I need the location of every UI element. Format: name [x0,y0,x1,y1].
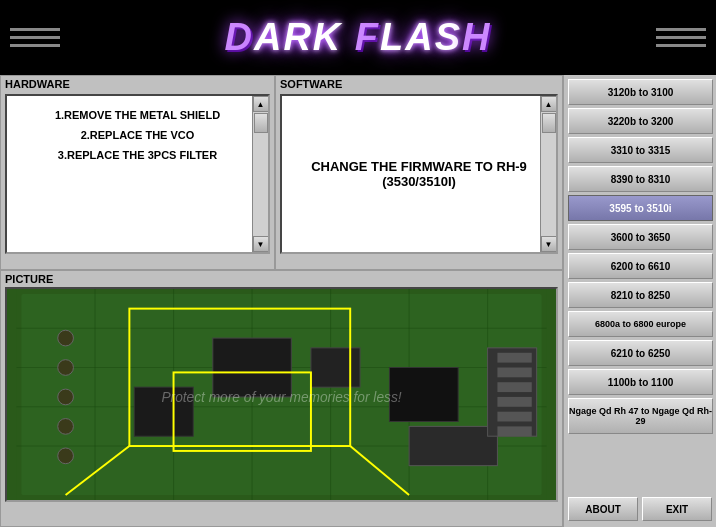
btn-3595-to-3510i[interactable]: 3595 to 3510i [568,195,713,221]
main-content: HARDWARE 1.REMOVE THE METAL SHIELD 2.REP… [0,75,716,527]
btn-6210-to-6250[interactable]: 6210 to 6250 [568,340,713,366]
hardware-line-3: 3.REPLACE THE 3PCS FILTER [17,146,258,166]
picture-box: Protect more of your memories for less! [5,287,558,502]
software-text: CHANGE THE FIRMWARE TO RH-9(3530/3510I) [311,159,527,189]
scroll-thumb[interactable] [542,113,556,133]
software-label: SOFTWARE [276,76,562,92]
hardware-text: 1.REMOVE THE METAL SHIELD 2.REPLACE THE … [17,106,258,165]
svg-rect-27 [497,412,531,422]
svg-point-21 [58,448,74,464]
svg-rect-23 [497,353,531,363]
software-content-box: CHANGE THE FIRMWARE TO RH-9(3530/3510I) … [280,94,558,254]
svg-text:Protect more of your memories : Protect more of your memories for less! [161,390,401,405]
btn-3310-to-3315[interactable]: 3310 to 3315 [568,137,713,163]
btn-3120b-to-3100[interactable]: 3120b to 3100 [568,79,713,105]
svg-rect-12 [213,338,292,397]
scroll-down-arrow[interactable]: ▼ [253,236,269,252]
hardware-label: HARDWARE [1,76,274,92]
exit-button[interactable]: EXIT [642,497,712,521]
btn-ngage[interactable]: Ngage Qd Rh 47 to Ngage Qd Rh-29 [568,398,713,434]
btn-8210-to-8250[interactable]: 8210 to 8250 [568,282,713,308]
svg-point-18 [58,360,74,376]
svg-rect-26 [497,397,531,407]
left-panel: HARDWARE 1.REMOVE THE METAL SHIELD 2.REP… [0,75,563,527]
hardware-scrollbar[interactable]: ▲ ▼ [252,96,268,252]
scroll-thumb[interactable] [254,113,268,133]
btn-3600-to-3650[interactable]: 3600 to 3650 [568,224,713,250]
svg-point-20 [58,419,74,435]
hardware-line-1: 1.REMOVE THE METAL SHIELD [17,106,258,126]
logo: DARK FLASH [224,16,491,59]
btn-6200-to-6610[interactable]: 6200 to 6610 [568,253,713,279]
svg-rect-16 [409,426,497,465]
hardware-content-box: 1.REMOVE THE METAL SHIELD 2.REPLACE THE … [5,94,270,254]
software-section: SOFTWARE CHANGE THE FIRMWARE TO RH-9(353… [275,75,563,270]
pcb-image: Protect more of your memories for less! [7,289,556,500]
software-scrollbar[interactable]: ▲ ▼ [540,96,556,252]
scroll-down-arrow[interactable]: ▼ [541,236,557,252]
scroll-up-arrow[interactable]: ▲ [541,96,557,112]
header: DARK FLASH [0,0,716,75]
header-decoration-left [10,28,60,47]
scroll-track [541,112,557,236]
spacer [568,437,712,492]
svg-point-19 [58,389,74,405]
btn-8390-to-8310[interactable]: 8390 to 8310 [568,166,713,192]
picture-section: PICTURE [0,270,563,527]
right-panel: 3120b to 3100 3220b to 3200 3310 to 3315… [563,75,716,527]
header-decoration-right [656,28,706,47]
svg-rect-25 [497,382,531,392]
scroll-track [253,112,269,236]
bottom-buttons: ABOUT EXIT [568,495,712,523]
svg-rect-24 [497,368,531,378]
btn-6800a-to-6800-europe[interactable]: 6800a to 6800 europe [568,311,713,337]
btn-3220b-to-3200[interactable]: 3220b to 3200 [568,108,713,134]
scroll-up-arrow[interactable]: ▲ [253,96,269,112]
svg-rect-13 [311,348,360,387]
svg-rect-28 [497,426,531,436]
top-sections: HARDWARE 1.REMOVE THE METAL SHIELD 2.REP… [0,75,563,270]
btn-1100b-to-1100[interactable]: 1100b to 1100 [568,369,713,395]
svg-point-17 [58,330,74,346]
picture-label: PICTURE [1,271,562,287]
hardware-section: HARDWARE 1.REMOVE THE METAL SHIELD 2.REP… [0,75,275,270]
hardware-line-2: 2.REPLACE THE VCO [17,126,258,146]
about-button[interactable]: ABOUT [568,497,638,521]
